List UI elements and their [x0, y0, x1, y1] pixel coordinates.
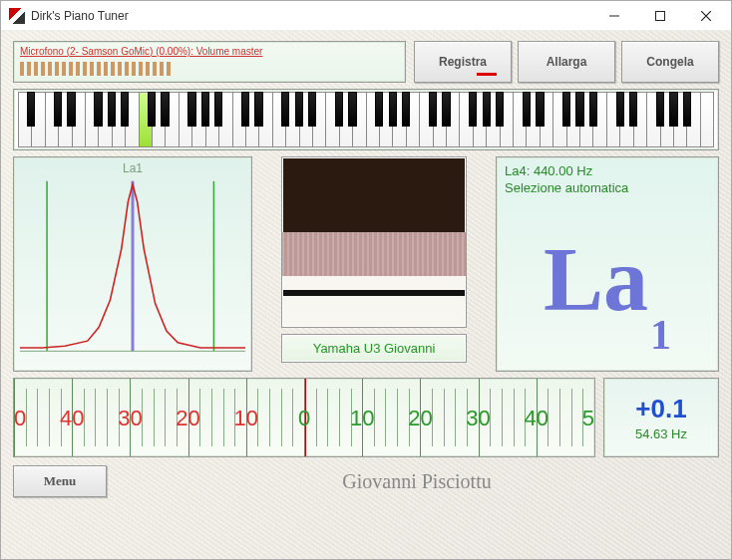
white-key[interactable] [205, 92, 218, 147]
ruler-label: 20 [408, 406, 432, 431]
white-key[interactable] [500, 92, 513, 147]
ruler-tick [84, 389, 85, 446]
white-key[interactable] [165, 92, 178, 147]
minimize-button[interactable] [591, 1, 637, 31]
white-key[interactable] [352, 92, 365, 147]
record-label: Registra [439, 55, 487, 69]
white-key[interactable] [218, 92, 231, 147]
white-key[interactable] [312, 92, 325, 147]
white-key[interactable] [245, 92, 258, 147]
white-key[interactable] [339, 92, 352, 147]
white-key[interactable] [473, 92, 486, 147]
white-key[interactable] [139, 92, 152, 147]
harmonic-curve-panel: La1 [13, 156, 252, 372]
ruler-label: 40 [60, 406, 84, 431]
ruler-tick [154, 389, 155, 446]
white-key[interactable] [459, 92, 472, 147]
white-key[interactable] [125, 92, 138, 147]
white-key[interactable] [486, 92, 499, 147]
ruler-tick [257, 389, 258, 446]
ruler-tick [490, 389, 491, 446]
white-key[interactable] [299, 92, 312, 147]
white-key[interactable] [513, 92, 526, 147]
white-key[interactable] [646, 92, 659, 147]
piano-keyboard[interactable] [13, 89, 719, 150]
white-key[interactable] [633, 92, 646, 147]
white-key[interactable] [285, 92, 298, 147]
white-key[interactable] [592, 92, 605, 147]
white-key[interactable] [72, 92, 85, 147]
white-key[interactable] [619, 92, 632, 147]
white-key[interactable] [85, 92, 98, 147]
maximize-icon [655, 11, 665, 21]
white-key[interactable] [152, 92, 165, 147]
white-key[interactable] [191, 92, 204, 147]
user-name-label: Giovanni Pisciottu [115, 470, 719, 493]
ruler-tick [432, 389, 433, 446]
white-key[interactable] [112, 92, 125, 147]
ruler-tick [339, 389, 340, 446]
record-button[interactable]: Registra [414, 41, 512, 83]
white-key[interactable] [700, 92, 714, 147]
white-key[interactable] [566, 92, 579, 147]
white-key[interactable] [526, 92, 539, 147]
white-key[interactable] [552, 92, 565, 147]
white-key[interactable] [540, 92, 552, 147]
white-key[interactable] [98, 92, 111, 147]
ruler-tick [107, 389, 108, 446]
white-key[interactable] [258, 92, 271, 147]
close-button[interactable] [683, 1, 729, 31]
white-key[interactable] [232, 92, 245, 147]
audio-source-panel[interactable]: Microfono (2- Samson GoMic) (0.00%): Vol… [13, 41, 406, 83]
white-key[interactable] [18, 92, 31, 147]
white-key[interactable] [31, 92, 44, 147]
ruler-tick [385, 389, 386, 446]
frequency-value: 54.63 Hz [635, 426, 687, 441]
white-key[interactable] [446, 92, 459, 147]
white-key[interactable] [366, 92, 379, 147]
white-key[interactable] [325, 92, 338, 147]
white-key[interactable] [660, 92, 673, 147]
white-key[interactable] [179, 92, 191, 147]
app-window: Dirk's Piano Tuner Microfono (2- Samson … [0, 0, 732, 560]
selection-mode-label: Selezione automatica [505, 180, 710, 195]
freeze-label: Congela [646, 55, 693, 69]
ruler-tick [455, 389, 456, 446]
white-key[interactable] [379, 92, 392, 147]
ruler-tick [49, 389, 50, 446]
freeze-button[interactable]: Congela [621, 41, 719, 83]
white-key[interactable] [406, 92, 419, 147]
white-key[interactable] [272, 92, 285, 147]
ruler-tick [142, 389, 143, 446]
white-key[interactable] [579, 92, 592, 147]
menu-button[interactable]: Menu [13, 465, 107, 497]
ruler-label: 30 [118, 406, 142, 431]
ruler-tick [316, 389, 317, 446]
record-indicator-icon [477, 73, 497, 76]
white-key[interactable] [606, 92, 619, 147]
ruler-label: 10 [234, 406, 258, 431]
detected-note-display: La 1 [505, 195, 710, 365]
ruler-label: 40 [525, 406, 549, 431]
ruler-tick [444, 389, 445, 446]
white-key[interactable] [45, 92, 58, 147]
maximize-button[interactable] [637, 1, 683, 31]
piano-photo [281, 156, 467, 328]
ruler-tick [397, 389, 398, 446]
ruler-tick [199, 389, 200, 446]
widen-button[interactable]: Allarga [518, 41, 615, 83]
white-key[interactable] [673, 92, 686, 147]
ruler-tick [514, 389, 515, 446]
detected-note-octave: 1 [650, 311, 671, 359]
white-key[interactable] [58, 92, 71, 147]
ruler-label: 0 [298, 406, 310, 431]
white-key[interactable] [419, 92, 432, 147]
piano-name-field[interactable]: Yamaha U3 Giovanni [281, 334, 467, 363]
ruler-tick [559, 389, 560, 446]
ruler-tick [165, 389, 166, 446]
white-key[interactable] [392, 92, 405, 147]
white-key[interactable] [686, 92, 699, 147]
ruler-tick [269, 389, 270, 446]
white-key[interactable] [433, 92, 446, 147]
cents-ruler: 504030201001020304050 [13, 378, 595, 457]
